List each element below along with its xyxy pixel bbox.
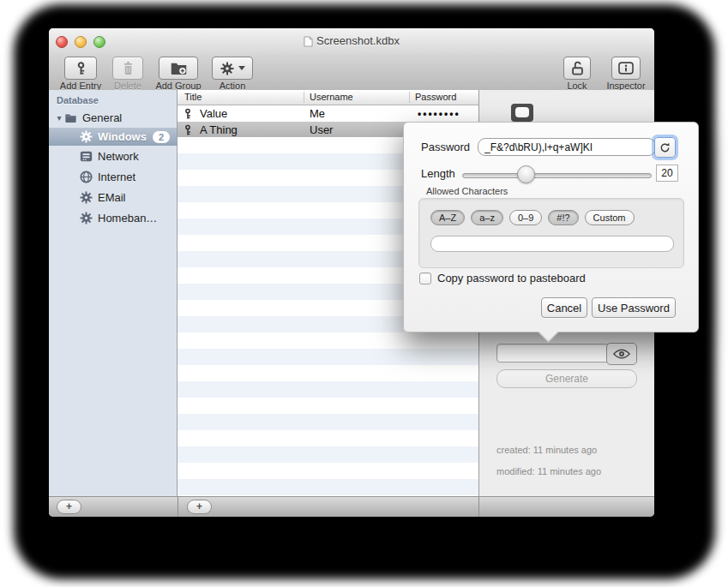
sidebar-item-label: General	[82, 111, 122, 124]
sidebar-header-database: Database	[57, 95, 177, 105]
column-header-title[interactable]: Title	[184, 92, 202, 102]
password-generator-popover: Password Length Allowed Characters A–Z a…	[403, 122, 699, 332]
sidebar-item-label: Homeban…	[98, 212, 157, 225]
password-label: Password	[421, 141, 470, 153]
key-icon	[184, 108, 192, 120]
regenerate-button[interactable]	[654, 137, 676, 158]
info-icon	[618, 62, 634, 75]
divider	[177, 497, 178, 517]
add-entry-plus-button[interactable]: +	[187, 500, 212, 514]
allowed-characters-label: Allowed Characters	[426, 186, 508, 196]
refresh-icon	[659, 142, 671, 153]
globe-icon	[80, 171, 93, 183]
toggle-symbols[interactable]: #!?	[548, 210, 578, 225]
key-icon	[75, 61, 87, 76]
length-label: Length	[421, 167, 455, 180]
document-icon	[304, 36, 313, 47]
image-icon	[515, 107, 529, 117]
entry-username: User	[304, 123, 409, 136]
use-password-button[interactable]: Use Password	[592, 297, 676, 318]
sidebar-item-label: Windows	[98, 130, 147, 143]
gear-icon	[80, 191, 93, 204]
character-class-toggles: A–Z a–z 0–9 #!? Custom	[430, 210, 635, 225]
inspector-button[interactable]: Inspector	[601, 57, 651, 91]
column-separator[interactable]	[304, 92, 304, 103]
add-group-button[interactable]: Add Group	[150, 57, 207, 91]
column-separator[interactable]	[409, 92, 410, 103]
created-timestamp: created: 11 minutes ago	[496, 445, 597, 455]
sidebar-item-label: Network	[98, 150, 139, 163]
inspector-password-field[interactable]	[496, 344, 610, 362]
table-header: Title Username Password	[177, 90, 478, 105]
toggle-custom[interactable]: Custom	[585, 210, 635, 225]
sidebar-item-internet[interactable]: Internet	[49, 166, 177, 187]
trash-icon	[122, 61, 135, 75]
key-icon	[184, 124, 192, 136]
toggle-uppercase[interactable]: A–Z	[430, 210, 465, 225]
network-icon	[80, 150, 93, 163]
gear-icon	[220, 62, 234, 75]
column-header-password[interactable]: Password	[415, 92, 456, 102]
sidebar-item-general[interactable]: ▾ General	[49, 109, 177, 126]
add-group-plus-button[interactable]: +	[57, 500, 81, 514]
titlebar: Screenshot.kdbx	[49, 28, 654, 54]
chevron-down-icon	[238, 66, 245, 70]
folder-icon	[64, 111, 77, 124]
sidebar-item-email[interactable]: EMail	[49, 187, 177, 207]
generated-password-field[interactable]	[478, 138, 656, 156]
gear-icon	[80, 212, 93, 225]
entry-icon-picker[interactable]	[511, 104, 533, 122]
length-value-field[interactable]	[656, 165, 678, 182]
length-slider-knob[interactable]	[517, 165, 535, 183]
disclosure-triangle-icon[interactable]: ▾	[54, 113, 64, 123]
delete-button[interactable]: Delete	[107, 57, 148, 91]
entry-username: Me	[304, 107, 409, 120]
modified-timestamp: modified: 11 minutes ago	[496, 466, 601, 476]
copy-password-label: Copy password to pasteboard	[437, 272, 586, 285]
window-title: Screenshot.kdbx	[49, 34, 654, 47]
column-header-username[interactable]: Username	[310, 92, 353, 102]
toggle-lowercase[interactable]: a–z	[471, 210, 503, 225]
generate-button[interactable]: Generate	[496, 369, 637, 388]
action-button[interactable]: Action	[210, 57, 255, 91]
cancel-button[interactable]: Cancel	[541, 297, 587, 318]
sidebar-item-label: Internet	[98, 171, 135, 183]
copy-to-pasteboard-option: Copy password to pasteboard	[419, 272, 586, 285]
app-window: Screenshot.kdbx Add Entry Delete Add Gro…	[49, 28, 654, 517]
toggle-digits[interactable]: 0–9	[509, 210, 542, 225]
lock-open-icon	[570, 61, 585, 76]
divider	[478, 497, 479, 517]
reveal-password-button[interactable]	[606, 343, 637, 365]
toolbar: Add Entry Delete Add Group Action Lock I…	[49, 54, 654, 91]
custom-characters-field[interactable]	[430, 236, 674, 252]
window-title-text: Screenshot.kdbx	[316, 34, 400, 47]
folder-plus-icon	[170, 61, 188, 75]
entry-count-badge: 2	[153, 131, 170, 143]
sidebar: Database ▾ General Windows 2 Network Int…	[49, 90, 177, 497]
entry-title: Value	[200, 107, 227, 120]
lock-button[interactable]: Lock	[558, 57, 596, 91]
copy-password-checkbox[interactable]	[419, 273, 431, 285]
eye-icon	[613, 349, 630, 359]
allowed-characters-box: A–Z a–z 0–9 #!? Custom	[418, 198, 684, 268]
entry-password-dots: ••••••••	[409, 108, 478, 120]
sidebar-item-label: EMail	[98, 191, 126, 204]
gear-icon	[80, 130, 93, 143]
sidebar-item-network[interactable]: Network	[49, 146, 177, 166]
sidebar-item-windows[interactable]: Windows 2	[49, 128, 177, 146]
bottom-bar: + +	[49, 496, 654, 517]
entry-title: A Thing	[200, 123, 238, 136]
length-slider-track[interactable]	[462, 173, 652, 178]
sidebar-item-homebanking[interactable]: Homeban…	[49, 207, 177, 228]
table-row[interactable]: Value Me ••••••••	[177, 105, 478, 122]
add-entry-button[interactable]: Add Entry	[56, 57, 105, 91]
